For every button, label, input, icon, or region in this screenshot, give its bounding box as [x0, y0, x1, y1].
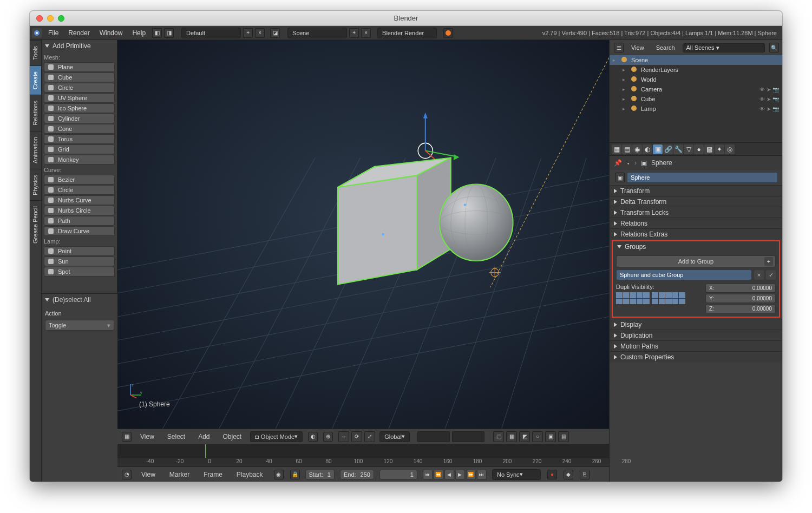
remove-group-icon[interactable]: ×	[754, 270, 764, 280]
manipulator-translate-icon[interactable]: ↔	[338, 431, 349, 442]
action-select[interactable]: Toggle▾	[45, 320, 114, 331]
layout-next-icon[interactable]: ◨	[164, 28, 174, 38]
add-cone-button[interactable]: Cone	[44, 124, 115, 134]
group-toggle-icon[interactable]: ✓	[766, 270, 776, 280]
panel-motion-paths[interactable]: Motion Paths	[610, 340, 782, 351]
3d-menu-add[interactable]: Add	[194, 433, 214, 440]
prev-keyframe-icon[interactable]: ⏪	[434, 470, 443, 479]
panel-transform-locks[interactable]: Transform Locks	[610, 207, 782, 218]
scene-select[interactable]: Scene	[287, 28, 347, 38]
group-offset-y-field[interactable]: Y:0.00000	[705, 294, 776, 303]
3d-menu-select[interactable]: Select	[163, 433, 189, 440]
tab-scene-icon[interactable]: ◉	[632, 144, 642, 154]
cursor-icon[interactable]: ➤	[767, 87, 771, 93]
group-offset-x-field[interactable]: X:0.00000	[705, 284, 776, 293]
render-icon[interactable]: 📷	[772, 87, 779, 93]
tab-modifiers-icon[interactable]: 🔧	[673, 144, 683, 154]
cursor-icon[interactable]: ➤	[767, 96, 771, 102]
screen-layout-select[interactable]: Default	[181, 28, 241, 38]
orientation-select[interactable]: Global ▾	[379, 431, 410, 442]
tab-particles-icon[interactable]: ✦	[715, 144, 724, 154]
panel-relations[interactable]: Relations	[610, 218, 782, 228]
vtab-grease-pencil[interactable]: Grease Pencil	[30, 200, 41, 249]
proportional-icon[interactable]: ○	[532, 431, 543, 442]
tab-render-layers-icon[interactable]: ▤	[622, 144, 632, 154]
record-icon[interactable]: ●	[547, 470, 557, 479]
menu-help[interactable]: Help	[128, 29, 150, 37]
eye-icon[interactable]: 👁	[759, 96, 765, 102]
add-plane-button[interactable]: Plane	[44, 62, 115, 72]
add-path-button[interactable]: Path	[44, 216, 115, 226]
tl-menu-playback[interactable]: Playback	[232, 471, 267, 478]
3d-menu-view[interactable]: View	[136, 433, 159, 440]
tl-menu-view[interactable]: View	[137, 471, 160, 478]
add-monkey-button[interactable]: Monkey	[44, 155, 115, 165]
tab-constraints-icon[interactable]: 🔗	[663, 144, 673, 154]
add-nurbs-curve-button[interactable]: Nurbs Curve	[44, 195, 115, 205]
add-spot-button[interactable]: Spot	[44, 267, 115, 277]
keying-popup-icon[interactable]: ⎘	[580, 470, 590, 479]
overlay-icon[interactable]: ◩	[519, 431, 530, 442]
mode-select[interactable]: ◘ Object Mode ▾	[250, 431, 303, 442]
vtab-animation[interactable]: Animation	[30, 131, 41, 169]
ol-menu-search[interactable]: Search	[652, 44, 679, 51]
layout-prev-icon[interactable]: ◧	[152, 28, 162, 38]
add-sun-button[interactable]: Sun	[44, 256, 115, 266]
lock-icon[interactable]: 🔒	[290, 470, 300, 479]
panel-delta-transform[interactable]: Delta Transform	[610, 196, 782, 207]
camera-icon[interactable]: ▣	[545, 431, 556, 442]
expand-icon[interactable]: ▸	[623, 96, 628, 102]
pivot-icon[interactable]: ⊕	[323, 432, 333, 442]
clapboard-icon[interactable]: ▤	[558, 431, 569, 442]
tl-menu-marker[interactable]: Marker	[165, 471, 194, 478]
add-torus-button[interactable]: Torus	[44, 134, 115, 144]
keying-set-icon[interactable]: ◆	[564, 470, 573, 479]
add-cylinder-button[interactable]: Cylinder	[44, 114, 115, 123]
manipulator-scale-icon[interactable]: ⤢	[364, 431, 375, 442]
render-icon[interactable]: 📷	[772, 106, 779, 112]
tl-editor-type-icon[interactable]: ◔	[122, 470, 132, 479]
manipulator-rotate-icon[interactable]: ⟳	[351, 431, 362, 442]
blender-logo-icon[interactable]	[32, 28, 42, 38]
render-engine-select[interactable]: Blender Render	[377, 28, 437, 38]
panel-transform[interactable]: Transform	[610, 185, 782, 196]
tab-world-icon[interactable]: ◐	[643, 144, 652, 154]
autokey-icon[interactable]: ◉	[274, 470, 284, 479]
play-icon[interactable]: ▶	[455, 470, 465, 479]
expand-icon[interactable]: ▸	[613, 57, 618, 63]
groups-panel-header[interactable]: Groups	[613, 241, 779, 252]
editor-type-icon[interactable]: ▦	[122, 432, 132, 442]
tab-material-icon[interactable]: ●	[694, 144, 704, 154]
add-draw-curve-button[interactable]: Draw Curve	[44, 226, 115, 236]
panel-relations-extras[interactable]: Relations Extras	[610, 228, 782, 239]
object-name-field[interactable]: Sphere	[627, 172, 778, 183]
add-grid-button[interactable]: Grid	[44, 144, 115, 154]
end-frame-field[interactable]: End:250	[340, 470, 374, 479]
next-keyframe-icon[interactable]: ⏩	[466, 470, 476, 479]
panel-custom-properties[interactable]: Custom Properties	[610, 351, 782, 362]
layout-add-icon[interactable]: +	[243, 28, 253, 38]
render-preview-icon[interactable]: ▦	[506, 431, 517, 442]
object-datablock-icon[interactable]: ▣	[615, 173, 625, 182]
menu-file[interactable]: File	[44, 29, 63, 37]
cursor-icon[interactable]: ➤	[767, 106, 771, 112]
outliner-row-lamp[interactable]: ▸Lamp👁➤📷	[610, 104, 782, 114]
3d-menu-object[interactable]: Object	[219, 433, 246, 440]
dupli-layers-2[interactable]	[652, 292, 685, 304]
tab-object-icon[interactable]: ▣	[653, 144, 663, 154]
operator-header[interactable]: (De)select All	[45, 296, 114, 304]
vtab-physics[interactable]: Physics	[30, 169, 41, 201]
expand-icon[interactable]: ▸	[623, 67, 628, 73]
expand-icon[interactable]: ▸	[623, 87, 628, 92]
pin-icon[interactable]: 📌	[614, 159, 622, 167]
outliner-filter-select[interactable]: All Scenes ▾	[683, 43, 765, 52]
tool-panel-header[interactable]: Add Primitive	[42, 40, 117, 52]
tab-texture-icon[interactable]: ▩	[704, 144, 714, 154]
start-frame-field[interactable]: Start:1	[305, 470, 335, 479]
render-icon[interactable]: 📷	[772, 96, 779, 102]
outliner-editor-icon[interactable]: ☰	[614, 43, 624, 52]
tl-menu-frame[interactable]: Frame	[199, 471, 227, 478]
outliner-row-cube[interactable]: ▸Cube👁➤📷	[610, 94, 782, 104]
add-nurbs-circle-button[interactable]: Nurbs Circle	[44, 206, 115, 215]
vtab-relations[interactable]: Relations	[30, 95, 41, 131]
